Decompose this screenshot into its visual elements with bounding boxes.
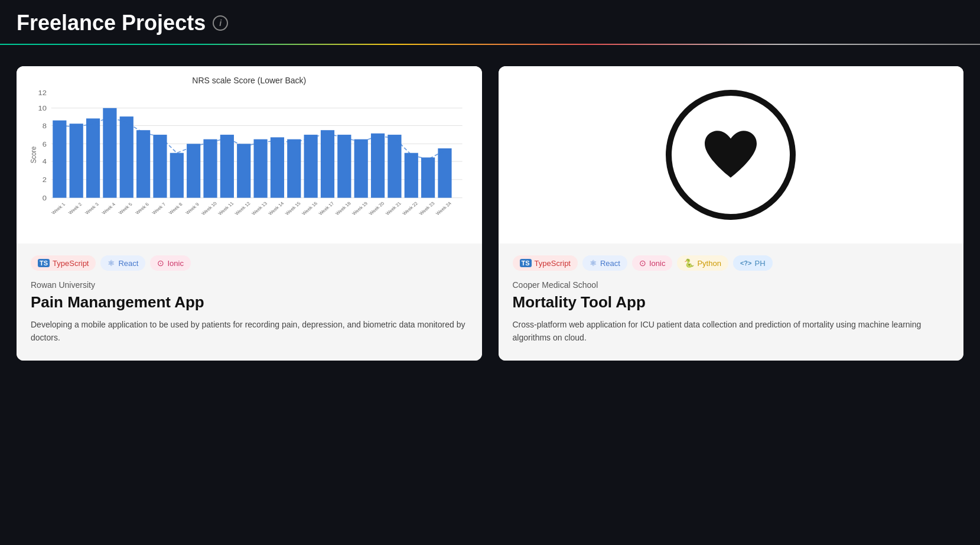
svg-text:Week 5: Week 5 bbox=[118, 202, 134, 215]
typescript-icon-2: TS bbox=[520, 259, 532, 267]
card-mortality-app: TS TypeScript ⚛ React ⊙ Ionic 🐍 Python <… bbox=[499, 66, 964, 361]
svg-rect-28 bbox=[287, 140, 301, 198]
tags-pain: TS TypeScript ⚛ React ⊙ Ionic bbox=[31, 255, 468, 271]
svg-rect-32 bbox=[354, 140, 368, 198]
svg-text:Week 14: Week 14 bbox=[268, 201, 286, 216]
svg-text:0: 0 bbox=[43, 194, 47, 202]
svg-rect-16 bbox=[86, 118, 100, 197]
svg-text:Week 11: Week 11 bbox=[217, 201, 235, 216]
svg-text:12: 12 bbox=[38, 90, 47, 97]
project-desc-pain: Developing a mobile application to be us… bbox=[31, 319, 468, 344]
svg-rect-30 bbox=[321, 130, 334, 197]
tag-react-2: ⚛ React bbox=[582, 255, 627, 271]
svg-text:Week 16: Week 16 bbox=[301, 201, 318, 216]
svg-rect-14 bbox=[53, 121, 66, 198]
svg-rect-35 bbox=[405, 153, 418, 198]
svg-text:4: 4 bbox=[43, 158, 47, 166]
heart-circle bbox=[666, 90, 796, 220]
svg-rect-24 bbox=[220, 135, 234, 198]
chart-title: NRS scale Score (Lower Back) bbox=[28, 76, 470, 85]
svg-rect-19 bbox=[136, 130, 150, 197]
svg-text:Week 17: Week 17 bbox=[318, 201, 336, 216]
typescript-icon: TS bbox=[38, 259, 50, 267]
svg-text:Week 9: Week 9 bbox=[184, 202, 200, 215]
svg-rect-17 bbox=[103, 108, 116, 198]
cards-grid: NRS scale Score (Lower Back) 0 bbox=[0, 45, 980, 382]
page-title: Freelance Projects bbox=[17, 11, 206, 35]
react-icon-2: ⚛ bbox=[590, 258, 597, 268]
tag-python: 🐍 Python bbox=[677, 255, 728, 271]
tag-php: <?> PH bbox=[733, 255, 773, 271]
svg-rect-31 bbox=[337, 135, 351, 198]
svg-text:Week 3: Week 3 bbox=[84, 202, 100, 215]
svg-text:Week 15: Week 15 bbox=[284, 201, 302, 216]
svg-text:Week 1: Week 1 bbox=[51, 202, 67, 215]
svg-rect-34 bbox=[388, 135, 401, 198]
svg-rect-37 bbox=[438, 148, 451, 198]
svg-text:Week 23: Week 23 bbox=[418, 201, 436, 216]
svg-rect-18 bbox=[120, 116, 134, 198]
svg-rect-33 bbox=[371, 134, 385, 198]
svg-text:Week 2: Week 2 bbox=[67, 202, 83, 215]
svg-text:Week 24: Week 24 bbox=[435, 201, 453, 216]
svg-text:8: 8 bbox=[43, 122, 47, 130]
tag-ionic: ⊙ Ionic bbox=[150, 255, 190, 271]
svg-text:Week 18: Week 18 bbox=[334, 201, 352, 216]
tags-mortality: TS TypeScript ⚛ React ⊙ Ionic 🐍 Python <… bbox=[513, 255, 950, 271]
page-header: Freelance Projects i bbox=[0, 0, 980, 35]
info-icon[interactable]: i bbox=[213, 15, 228, 31]
svg-rect-36 bbox=[421, 157, 435, 197]
svg-rect-26 bbox=[253, 140, 267, 198]
chart-wrapper: NRS scale Score (Lower Back) 0 bbox=[17, 66, 482, 244]
project-title-mortality: Mortality Tool App bbox=[513, 293, 950, 312]
svg-text:10: 10 bbox=[38, 105, 47, 112]
card-pain-app: NRS scale Score (Lower Back) 0 bbox=[17, 66, 482, 361]
svg-text:Week 6: Week 6 bbox=[134, 202, 150, 215]
svg-text:Week 10: Week 10 bbox=[200, 201, 219, 216]
svg-text:Score: Score bbox=[29, 146, 38, 163]
svg-text:Week 12: Week 12 bbox=[234, 201, 252, 216]
svg-text:6: 6 bbox=[43, 141, 47, 148]
react-icon: ⚛ bbox=[108, 258, 115, 268]
institution-pain: Rowan University bbox=[31, 280, 468, 290]
svg-text:Week 20: Week 20 bbox=[368, 201, 386, 216]
svg-rect-22 bbox=[187, 144, 200, 197]
php-icon: <?> bbox=[740, 259, 752, 267]
svg-rect-20 bbox=[153, 135, 167, 198]
heart-image-wrapper bbox=[499, 66, 964, 244]
institution-mortality: Cooper Medical School bbox=[513, 280, 950, 290]
python-icon: 🐍 bbox=[684, 258, 694, 268]
ionic-icon-2: ⊙ bbox=[639, 258, 646, 268]
chart-svg: 0 2 4 6 8 10 12 Score bbox=[28, 90, 470, 220]
tag-ionic-2: ⊙ Ionic bbox=[632, 255, 672, 271]
card-image-pain: NRS scale Score (Lower Back) 0 bbox=[17, 66, 482, 244]
tag-react: ⚛ React bbox=[100, 255, 145, 271]
svg-text:Week 21: Week 21 bbox=[385, 201, 402, 216]
svg-rect-29 bbox=[304, 135, 318, 198]
svg-rect-21 bbox=[170, 153, 184, 198]
card-body-mortality: TS TypeScript ⚛ React ⊙ Ionic 🐍 Python <… bbox=[499, 244, 964, 361]
card-body-pain: TS TypeScript ⚛ React ⊙ Ionic Rowan Univ… bbox=[17, 244, 482, 361]
svg-text:Week 4: Week 4 bbox=[101, 202, 117, 215]
svg-rect-23 bbox=[203, 140, 217, 198]
svg-text:Week 8: Week 8 bbox=[168, 202, 184, 215]
svg-rect-25 bbox=[237, 144, 250, 197]
chart-area: 0 2 4 6 8 10 12 Score bbox=[28, 90, 470, 220]
svg-rect-27 bbox=[271, 137, 284, 197]
tag-typescript-2: TS TypeScript bbox=[513, 255, 578, 271]
svg-text:Week 7: Week 7 bbox=[151, 202, 167, 215]
svg-rect-15 bbox=[70, 124, 83, 197]
heart-svg bbox=[698, 122, 763, 187]
svg-text:Week 22: Week 22 bbox=[401, 201, 419, 216]
card-image-mortality bbox=[499, 66, 964, 244]
svg-text:Week 13: Week 13 bbox=[250, 201, 268, 216]
ionic-icon: ⊙ bbox=[157, 258, 164, 268]
project-title-pain: Pain Manangement App bbox=[31, 293, 468, 312]
svg-text:2: 2 bbox=[43, 176, 47, 184]
svg-text:Week 19: Week 19 bbox=[351, 201, 369, 216]
tag-typescript: TS TypeScript bbox=[31, 255, 96, 271]
project-desc-mortality: Cross-platform web application for ICU p… bbox=[513, 319, 950, 344]
